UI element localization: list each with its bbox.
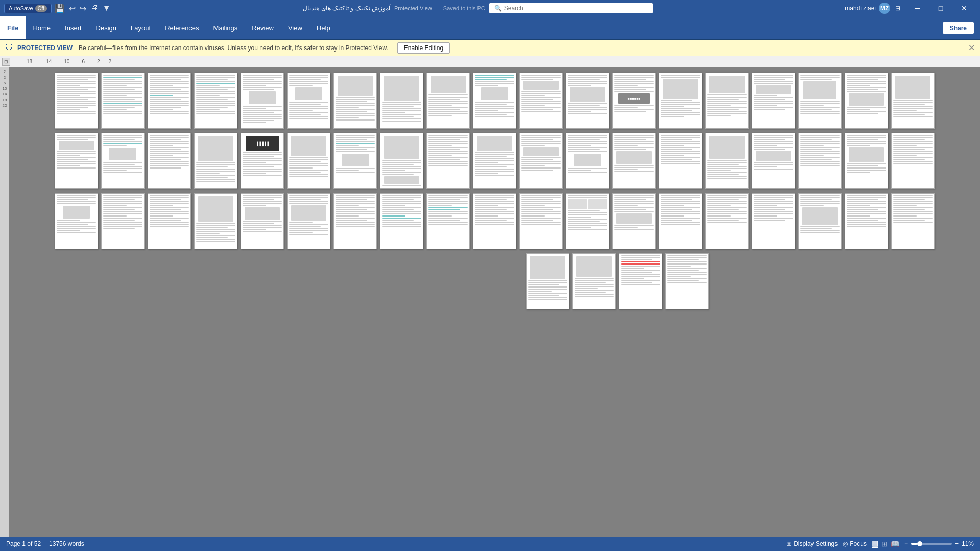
tab-insert[interactable]: Insert <box>58 16 89 39</box>
page-thumb-47[interactable] <box>426 193 470 249</box>
page-thumb-11[interactable] <box>519 73 563 129</box>
page-thumb-1[interactable] <box>55 73 98 129</box>
autosave-toggle[interactable]: AutoSave Off <box>4 4 52 13</box>
tab-mailings[interactable]: Mailings <box>206 16 245 39</box>
page-thumb-19[interactable] <box>891 73 935 129</box>
page-thumb-49[interactable] <box>519 193 563 249</box>
share-button[interactable]: Share <box>943 22 974 34</box>
tab-design[interactable]: Design <box>89 16 124 39</box>
page-thumb-39[interactable] <box>55 193 98 249</box>
page-thumb-22[interactable] <box>148 133 191 189</box>
read-mode-view[interactable]: 📖 <box>891 540 899 548</box>
page-thumb-34[interactable] <box>705 133 749 189</box>
display-settings-button[interactable]: ⊞ Display Settings <box>786 540 838 547</box>
maximize-button[interactable]: □ <box>929 0 952 16</box>
search-input[interactable] <box>504 5 647 12</box>
page-thumb-35[interactable] <box>752 133 795 189</box>
autosave-state[interactable]: Off <box>35 5 47 12</box>
protected-badge: PROTECTED VIEW <box>17 44 73 52</box>
print-icon[interactable]: 🖨 <box>90 4 99 13</box>
page-thumb-48[interactable] <box>473 193 516 249</box>
enable-editing-button[interactable]: Enable Editing <box>397 42 450 54</box>
page-thumb-25[interactable] <box>287 133 330 189</box>
web-layout-view[interactable]: ⊞ <box>881 540 888 548</box>
undo-icon[interactable]: ↩ <box>69 4 76 13</box>
tab-home[interactable]: Home <box>26 16 58 39</box>
page-thumb-4[interactable] <box>194 73 237 129</box>
tab-review[interactable]: Review <box>245 16 281 39</box>
page-thumb-14[interactable] <box>659 73 702 129</box>
page-thumb-28[interactable] <box>426 133 470 189</box>
page-thumb-9[interactable] <box>426 73 470 129</box>
tab-view[interactable]: View <box>281 16 309 39</box>
tab-help[interactable]: Help <box>309 16 338 39</box>
focus-button[interactable]: ◎ Focus <box>843 540 867 547</box>
customize-icon[interactable]: ▼ <box>103 4 111 13</box>
page-thumb-7[interactable] <box>333 73 377 129</box>
page-thumb-55[interactable] <box>798 193 842 249</box>
page-thumb-58[interactable] <box>526 253 569 309</box>
page-thumb-2[interactable] <box>101 73 145 129</box>
page-thumb-36[interactable] <box>798 133 842 189</box>
page-thumb-40[interactable] <box>101 193 145 249</box>
page-thumb-16[interactable] <box>752 73 795 129</box>
page-thumb-50[interactable] <box>566 193 609 249</box>
page-thumb-31[interactable] <box>566 133 609 189</box>
page-thumb-45[interactable] <box>333 193 377 249</box>
page-thumb-13[interactable]: ■■■■■■■ <box>612 73 656 129</box>
page-thumb-54[interactable] <box>752 193 795 249</box>
page-thumb-8[interactable] <box>380 73 423 129</box>
page-thumb-3[interactable] <box>148 73 191 129</box>
page-thumb-33[interactable] <box>659 133 702 189</box>
search-box[interactable]: 🔍 <box>489 3 653 13</box>
page-thumb-21[interactable] <box>101 133 145 189</box>
page-thumb-61[interactable] <box>665 253 709 309</box>
minimize-button[interactable]: ─ <box>905 0 929 16</box>
page-thumb-10[interactable] <box>473 73 516 129</box>
page-thumb-17[interactable] <box>798 73 842 129</box>
page-thumb-6[interactable] <box>287 73 330 129</box>
user-avatar[interactable]: MZ <box>879 3 890 14</box>
close-bar-icon[interactable]: ✕ <box>968 43 975 53</box>
page-thumb-32[interactable] <box>612 133 656 189</box>
page-thumb-37[interactable] <box>845 133 888 189</box>
zoom-in-icon[interactable]: + <box>955 540 959 547</box>
page-thumb-43[interactable] <box>241 193 284 249</box>
page-thumb-20[interactable] <box>55 133 98 189</box>
page-thumb-18[interactable] <box>845 73 888 129</box>
page-thumb-24[interactable]: ▐▐▐▐▐ <box>241 133 284 189</box>
save-status-text: Saved to this PC <box>443 5 485 11</box>
page-thumb-59[interactable] <box>572 253 616 309</box>
ruler-corner[interactable]: ⊡ <box>2 58 10 66</box>
ribbon-display-icon[interactable]: ⊟ <box>895 5 900 12</box>
save-icon[interactable]: 💾 <box>55 4 65 13</box>
page-thumb-51[interactable] <box>612 193 656 249</box>
close-button[interactable]: ✕ <box>952 0 976 16</box>
page-thumb-27[interactable] <box>380 133 423 189</box>
page-thumb-46[interactable] <box>380 193 423 249</box>
page-thumb-29[interactable] <box>473 133 516 189</box>
page-thumb-12[interactable] <box>566 73 609 129</box>
document-area[interactable]: ■■■■■■■ <box>9 67 980 537</box>
zoom-out-icon[interactable]: − <box>904 540 908 547</box>
tab-layout[interactable]: Layout <box>124 16 158 39</box>
page-thumb-44[interactable] <box>287 193 330 249</box>
page-thumb-15[interactable] <box>705 73 749 129</box>
page-thumb-5[interactable] <box>241 73 284 129</box>
page-thumb-57[interactable] <box>891 193 935 249</box>
page-thumb-38[interactable] <box>891 133 935 189</box>
page-thumb-41[interactable] <box>148 193 191 249</box>
tab-file[interactable]: File <box>0 16 26 39</box>
page-thumb-26[interactable] <box>333 133 377 189</box>
page-thumb-52[interactable] <box>659 193 702 249</box>
redo-icon[interactable]: ↪ <box>80 4 86 13</box>
tab-references[interactable]: References <box>158 16 206 39</box>
page-thumb-60[interactable] <box>619 253 662 309</box>
page-thumb-30[interactable] <box>519 133 563 189</box>
print-layout-view[interactable]: ▤ <box>872 539 878 548</box>
page-thumb-53[interactable] <box>705 193 749 249</box>
page-thumb-42[interactable] <box>194 193 237 249</box>
zoom-slider[interactable] <box>911 543 952 545</box>
page-thumb-56[interactable] <box>845 193 888 249</box>
page-thumb-23[interactable] <box>194 133 237 189</box>
